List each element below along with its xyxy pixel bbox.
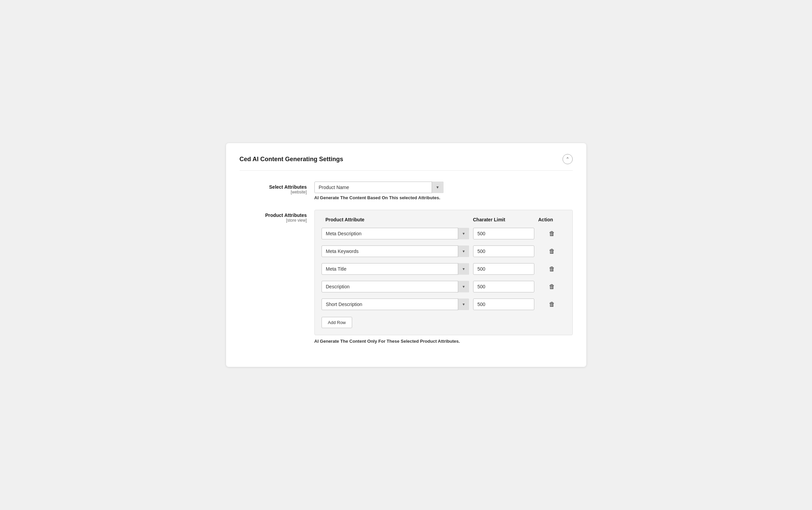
attr-select-wrapper-3: Meta Description Meta Keywords Meta Titl… [322, 263, 469, 275]
card-header: Ced AI Content Generating Settings ⌃ [240, 154, 573, 171]
trash-icon-1: 🗑 [549, 230, 555, 237]
table-row: Meta Description Meta Keywords Meta Titl… [322, 226, 566, 241]
trash-icon-5: 🗑 [549, 301, 555, 308]
char-limit-input-2[interactable] [473, 245, 534, 257]
attr-select-1[interactable]: Meta Description Meta Keywords Meta Titl… [322, 228, 469, 239]
attr-select-wrapper-1: Meta Description Meta Keywords Meta Titl… [322, 228, 469, 239]
attr-table: Product Attribute Charater Limit Action … [314, 210, 573, 335]
select-attributes-wrapper: Product Name SKU Category [314, 182, 444, 193]
table-row: Meta Description Meta Keywords Meta Titl… [322, 262, 566, 276]
table-row: Meta Description Meta Keywords Meta Titl… [322, 279, 566, 294]
select-attributes-section: Select Attributes [website] Product Name… [240, 182, 573, 200]
attr-select-5[interactable]: Meta Description Meta Keywords Meta Titl… [322, 299, 469, 310]
delete-row-button-1[interactable]: 🗑 [538, 229, 566, 239]
attr-select-3[interactable]: Meta Description Meta Keywords Meta Titl… [322, 263, 469, 275]
attr-rows: Meta Description Meta Keywords Meta Titl… [322, 226, 566, 311]
attr-select-wrapper-2: Meta Description Meta Keywords Meta Titl… [322, 245, 469, 257]
trash-icon-4: 🗑 [549, 283, 555, 290]
col-header-attribute: Product Attribute [326, 217, 469, 222]
char-limit-input-5[interactable] [473, 299, 534, 310]
card-title: Ced AI Content Generating Settings [240, 156, 343, 163]
select-attributes-content: Product Name SKU Category AI Generate Th… [314, 182, 573, 200]
trash-icon-3: 🗑 [549, 266, 555, 273]
table-row: Meta Description Meta Keywords Meta Titl… [322, 244, 566, 258]
add-row-button[interactable]: Add Row [322, 317, 352, 328]
attr-table-header: Product Attribute Charater Limit Action [322, 217, 566, 226]
settings-card: Ced AI Content Generating Settings ⌃ Sel… [226, 143, 586, 367]
collapse-button[interactable]: ⌃ [563, 154, 573, 164]
delete-row-button-2[interactable]: 🗑 [538, 247, 566, 256]
col-header-char-limit: Charater Limit [473, 217, 534, 222]
select-attributes-label: Select Attributes [website] [240, 182, 314, 194]
table-row: Meta Description Meta Keywords Meta Titl… [322, 297, 566, 311]
char-limit-input-1[interactable] [473, 228, 534, 239]
attr-select-wrapper-5: Meta Description Meta Keywords Meta Titl… [322, 299, 469, 310]
col-header-action: Action [538, 217, 566, 222]
trash-icon-2: 🗑 [549, 248, 555, 255]
chevron-up-icon: ⌃ [566, 156, 570, 162]
attr-select-4[interactable]: Meta Description Meta Keywords Meta Titl… [322, 281, 469, 292]
delete-row-button-4[interactable]: 🗑 [538, 282, 566, 292]
product-attributes-help: AI Generate The Content Only For These S… [314, 339, 573, 344]
attr-select-wrapper-4: Meta Description Meta Keywords Meta Titl… [322, 281, 469, 292]
char-limit-input-3[interactable] [473, 263, 534, 275]
attr-select-2[interactable]: Meta Description Meta Keywords Meta Titl… [322, 245, 469, 257]
char-limit-input-4[interactable] [473, 281, 534, 292]
select-attributes-input[interactable]: Product Name SKU Category [314, 182, 444, 193]
product-attributes-label: Product Attributes [store view] [240, 210, 314, 223]
product-attributes-section: Product Attributes [store view] Product … [240, 210, 573, 344]
select-attributes-help: AI Generate The Content Based On This se… [314, 195, 573, 200]
delete-row-button-5[interactable]: 🗑 [538, 300, 566, 309]
delete-row-button-3[interactable]: 🗑 [538, 264, 566, 274]
product-attributes-content: Product Attribute Charater Limit Action … [314, 210, 573, 344]
